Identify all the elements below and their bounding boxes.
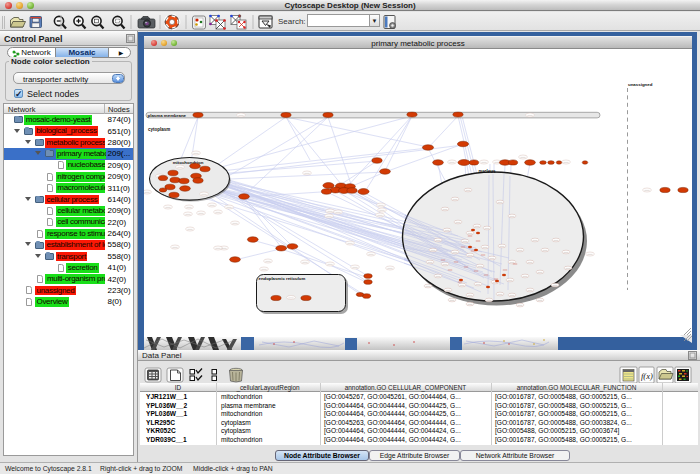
svg-text:endoplasmic reticulum: endoplasmic reticulum (259, 276, 306, 281)
svg-text:unassigned: unassigned (628, 82, 653, 87)
svg-text:f(x): f(x) (641, 371, 653, 381)
svg-text:nucleus: nucleus (478, 169, 496, 174)
svg-text:plasma membrane: plasma membrane (148, 113, 187, 118)
svg-text:cytoplasm: cytoplasm (148, 127, 170, 132)
